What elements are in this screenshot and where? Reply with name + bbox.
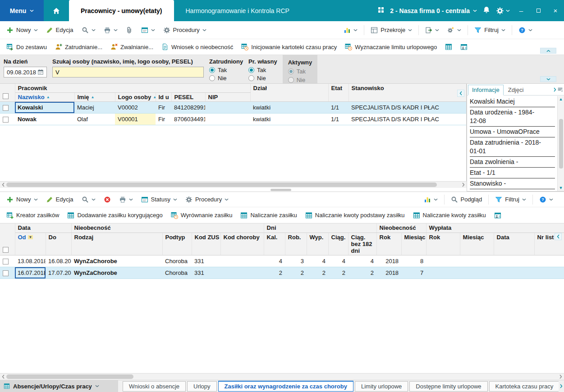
cell-ciag[interactable]: 2	[328, 267, 348, 278]
scrollbar-thumb[interactable]	[559, 119, 563, 169]
dodawanie-zasilku-button[interactable]: Dodawanie zasiłku korygującego	[64, 210, 166, 221]
cell-rok-2[interactable]	[426, 255, 460, 267]
tools-button[interactable]	[444, 25, 465, 36]
cell-rok[interactable]: 2018	[376, 267, 401, 278]
cell-ciag-bez[interactable]: 4	[348, 255, 376, 267]
cell-rodzaj[interactable]: WynZaChorobe	[71, 255, 162, 267]
column-header-etat[interactable]: Etat	[328, 84, 348, 102]
column-header-dzial[interactable]: Dział	[250, 84, 328, 102]
apps-button[interactable]	[377, 6, 385, 15]
delete-benefit-button[interactable]	[100, 194, 115, 205]
extra-grid-tool-2[interactable]	[457, 41, 471, 52]
menu-button[interactable]: Menu	[0, 0, 44, 21]
cell-nr-listy[interactable]	[534, 267, 564, 278]
column-header-id[interactable]: Id u	[156, 93, 171, 102]
tab-zdjecia[interactable]: Zdjęci	[504, 85, 527, 95]
statusy-button[interactable]: Statusy	[138, 194, 181, 205]
tab-zasilki[interactable]: Zasiłki oraz wynagrodzenie za czas choro…	[218, 381, 353, 392]
do-zestawu-button[interactable]: Do zestawu	[3, 41, 50, 52]
close-button[interactable]: ×	[550, 0, 561, 21]
cell-od[interactable]: 16.07.2018	[15, 267, 46, 278]
column-header-kod-zus[interactable]: Kod ZUS	[192, 232, 220, 255]
column-header-miesiac-2[interactable]: Miesiąc	[460, 232, 494, 255]
settings-button[interactable]	[496, 7, 510, 15]
row-select-cell[interactable]	[0, 102, 15, 114]
cell-nip[interactable]	[205, 114, 250, 125]
cell-rodzaj[interactable]: WynZaChorobe	[71, 267, 162, 278]
tab-wnioski-o-absencje[interactable]: Wnioski o absencje	[123, 381, 186, 392]
help-button[interactable]	[515, 25, 536, 36]
cell-do[interactable]: 16.08.2018	[46, 255, 71, 267]
next-tab-button[interactable]	[554, 87, 556, 93]
cell-data[interactable]	[494, 267, 534, 278]
zatrudniony-nie-option[interactable]: Nie	[209, 75, 243, 82]
column-header-pesel[interactable]: PESEL	[171, 93, 205, 102]
group-header-nieobecnosc-2[interactable]: Nieobecność	[376, 223, 426, 232]
column-header-miesiac[interactable]: Miesiąc	[401, 232, 426, 255]
filter-button[interactable]: Filtruj	[471, 25, 509, 36]
cell-miesiac-2[interactable]	[460, 255, 494, 267]
column-header-ciag-bez[interactable]: Ciąg. bez 182 dni	[348, 232, 376, 255]
naliczanie-podstawy-button[interactable]: Naliczanie kwoty podstawy zasiłku	[302, 210, 408, 221]
benefit-row-1[interactable]: 13.08.2018 16.08.2018 WynZaChorobe Choro…	[0, 255, 564, 267]
cell-kod-choroby[interactable]	[220, 255, 264, 267]
inicjowanie-kartoteki-button[interactable]: Inicjowanie kartoteki czasu pracy	[238, 41, 340, 52]
cell-nazwisko[interactable]: Nowak	[15, 114, 74, 125]
home-button[interactable]	[44, 0, 69, 21]
pr-wlasny-tak-option[interactable]: Tak	[248, 67, 277, 73]
employee-row-kowalski[interactable]: Kowalski Maciej V00002 Fir 8412082991 kw…	[0, 102, 467, 114]
column-header-podtyp[interactable]: Podtyp	[162, 232, 192, 255]
search-tool-button[interactable]	[78, 25, 99, 36]
window-tab-pracownicy[interactable]: Pracownicy - umowy(etaty)	[69, 0, 174, 21]
wyznaczanie-limitu-button[interactable]: Wyznaczanie limitu urlopowego	[341, 41, 440, 52]
column-header-nazwisko[interactable]: Nazwisko▲	[15, 93, 74, 102]
info-panel-scrollbar[interactable]: ▲ ▼	[557, 96, 564, 191]
cell-rob[interactable]: 3	[285, 255, 307, 267]
wyrownanie-zasilku-button[interactable]: Wyrównanie zasiłku	[167, 210, 236, 221]
splitter[interactable]	[0, 188, 467, 191]
cell-logo[interactable]: V00002	[115, 102, 156, 114]
group-header-data[interactable]: Data	[15, 223, 71, 232]
scroll-right-icon[interactable]	[558, 374, 564, 379]
cell-rob[interactable]: 2	[285, 267, 307, 278]
cell-podtyp[interactable]: Choroba	[162, 255, 192, 267]
collapse-toolbar-button[interactable]	[540, 48, 556, 54]
chart-button[interactable]	[340, 25, 361, 36]
benefits-grid-hscrollbar[interactable]	[0, 373, 564, 380]
form-view-button[interactable]	[138, 25, 159, 36]
collapse-benefits-side-button[interactable]	[555, 233, 562, 240]
more-tabs-button[interactable]	[559, 380, 564, 392]
print-benefit-button[interactable]	[115, 194, 137, 205]
tab-kartoteka-czasu-pracy[interactable]: Kartoteka czasu pracy	[489, 381, 559, 392]
cell-ciag-bez[interactable]: 2	[348, 267, 376, 278]
scrollbar-thumb[interactable]	[6, 182, 437, 187]
column-header-kod-choroby[interactable]: Kod choroby	[220, 232, 264, 255]
cell-do[interactable]: 17.07.2018	[46, 267, 71, 278]
date-field[interactable]: 09.08.2018	[4, 67, 47, 77]
cell-miesiac[interactable]: 8	[401, 255, 426, 267]
tab-list-button[interactable]	[557, 87, 563, 94]
column-header-nip[interactable]: NIP	[205, 93, 250, 102]
cell-id[interactable]: Fir	[156, 102, 171, 114]
kreator-zasilkow-button[interactable]: Kreator zasiłków	[3, 210, 63, 221]
column-header-rob[interactable]: Rob.	[285, 232, 307, 255]
tab-dostepne-limity[interactable]: Dostępne limity urlopowe	[409, 381, 487, 392]
attachments-button[interactable]	[122, 25, 137, 36]
filter-benefits-button[interactable]: Filtruj	[491, 194, 530, 205]
scrollbar-thumb[interactable]	[6, 374, 133, 379]
row-select-cell[interactable]	[0, 114, 15, 125]
tab-limity-urlopowe[interactable]: Limity urlopowe	[355, 381, 408, 392]
aktywny-tak-option[interactable]: Tak	[288, 68, 312, 75]
cell-ciag[interactable]: 4	[328, 255, 348, 267]
cell-etat[interactable]: 1/1	[328, 114, 348, 125]
naliczanie-kwoty-button[interactable]: Naliczanie kwoty zasiłku	[409, 210, 490, 221]
cell-rok-2[interactable]	[426, 267, 460, 278]
column-header-kal[interactable]: Kal.	[264, 232, 285, 255]
row-select-cell[interactable]	[0, 267, 15, 278]
column-header-logo[interactable]: Logo osoby▲	[115, 93, 156, 102]
search-input[interactable]	[52, 67, 204, 77]
cell-data[interactable]	[494, 255, 534, 267]
cell-dzial[interactable]: kwiatki	[250, 102, 328, 114]
cell-miesiac[interactable]: 7	[401, 267, 426, 278]
column-header-imie[interactable]: Imię▲	[74, 93, 115, 102]
